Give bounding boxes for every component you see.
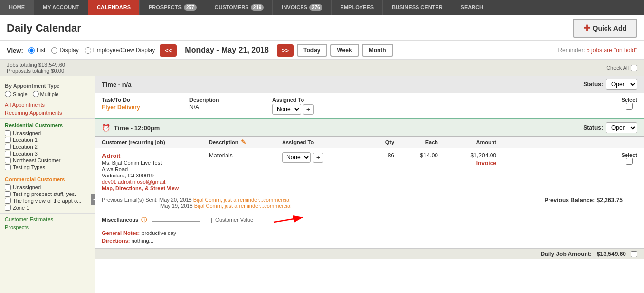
- sidebar-item-unassigned-comm[interactable]: Unassigned: [0, 184, 95, 191]
- customer-map-link[interactable]: Map, Directions, & Street View: [102, 185, 199, 191]
- email1-date: May 20, 2018: [159, 197, 192, 203]
- customer-email-link[interactable]: dev01.adroitinfosol@gmail.: [102, 179, 199, 185]
- next-date-button[interactable]: >>: [277, 44, 294, 57]
- sidebar-commercial-label: Commercial Customers: [0, 175, 95, 184]
- email2-link[interactable]: Bijal Comm, just a reminder...commercial: [194, 203, 292, 209]
- col-headers: Customer (recurring job) Description ✎ A…: [95, 137, 644, 148]
- sidebar-item-location3[interactable]: Location 3: [0, 150, 95, 157]
- status-label-recurring: Status:: [583, 124, 603, 131]
- sidebar-item-testing-types[interactable]: Testing Types: [0, 164, 95, 171]
- nav-search[interactable]: SEARCH: [452, 0, 492, 15]
- status-group-na: Status: Open: [583, 79, 637, 90]
- recurring-section: ⏰ Time - 12:00pm Status: Open Customer (…: [95, 119, 644, 248]
- general-notes-label[interactable]: General Notes:: [102, 230, 140, 236]
- assigned-label-na: Assigned To: [272, 97, 314, 103]
- assign-column: None +: [282, 152, 355, 163]
- sidebar-item-location2[interactable]: Location 2: [0, 143, 95, 150]
- sidebar-item-unassigned-res[interactable]: Unassigned: [0, 130, 95, 137]
- proposals-total: Proposals totaling $0.00: [7, 68, 65, 74]
- sidebar-item-northeast-customer[interactable]: Northeast Customer: [0, 157, 95, 164]
- assign-add-button-na[interactable]: +: [303, 104, 314, 115]
- prev-date-button[interactable]: <<: [160, 44, 177, 57]
- desc-label-na: Description: [189, 97, 263, 103]
- assign-select-na: None +: [272, 104, 314, 115]
- week-button[interactable]: Week: [330, 44, 359, 57]
- nav-my-account[interactable]: MY ACCOUNT: [34, 0, 88, 15]
- notes-row: General Notes: productive day: [95, 229, 644, 237]
- select-area-recurring: Select: [622, 152, 637, 165]
- customer-city: Vadodara, GJ 390019: [102, 173, 199, 178]
- nav-prospects[interactable]: PROSPECTS 257: [140, 0, 206, 15]
- nav-business-center[interactable]: BUSINESS CENTER: [383, 0, 452, 15]
- nav-calendars[interactable]: CALENDARS: [88, 0, 140, 15]
- sidebar-all-appointments[interactable]: All Appointments: [0, 101, 95, 109]
- col-amount: Amount: [448, 139, 496, 145]
- reminder-link[interactable]: 5 jobs are "on hold": [587, 47, 637, 54]
- reminder-text: Reminder: 5 jobs are "on hold": [558, 47, 637, 54]
- header-area: Daily Calendar ✚ Quick Add: [0, 15, 644, 41]
- customer-name-link[interactable]: Adroit: [102, 152, 199, 159]
- quick-add-button[interactable]: ✚ Quick Add: [573, 19, 638, 38]
- status-select-na[interactable]: Open: [606, 79, 637, 90]
- radio-multiple[interactable]: Multiple: [33, 91, 59, 97]
- radio-list[interactable]: List: [28, 47, 46, 54]
- page-title: Daily Calendar: [7, 22, 184, 35]
- content-area: Time - n/a Status: Open Task/To Do Flyer…: [95, 76, 644, 293]
- select-label-recurring: Select: [622, 152, 637, 158]
- sidebar-prospects[interactable]: Prospects: [0, 223, 95, 231]
- time-na-section: Time - n/a Status: Open Task/To Do Flyer…: [95, 76, 644, 119]
- sidebar-item-location1[interactable]: Location 1: [0, 137, 95, 143]
- desc-value-recurring: Materials: [209, 152, 272, 159]
- top-navigation: HOME MY ACCOUNT CALENDARS PROSPECTS 257 …: [0, 0, 644, 15]
- nav-home[interactable]: HOME: [0, 0, 34, 15]
- misc-label: Miscellaneous: [102, 217, 138, 223]
- prev-balance-label: Previous Balance:: [544, 197, 595, 204]
- assign-add-button-recurring[interactable]: +: [313, 153, 323, 163]
- assigned-group-na: Assigned To None +: [272, 97, 314, 115]
- radio-employee-crew[interactable]: Employee/Crew Display: [85, 47, 155, 54]
- sidebar-item-zone1[interactable]: Zone 1: [0, 204, 95, 211]
- recurring-time-label: Time - 12:00pm: [114, 124, 160, 132]
- sidebar-item-testing-prospect[interactable]: Testing prospect stuff, yes.: [0, 191, 95, 197]
- nav-customers[interactable]: CUSTOMERS 219: [206, 0, 273, 15]
- daily-footer-checkbox[interactable]: [631, 251, 637, 257]
- assign-dropdown-na[interactable]: None: [272, 104, 301, 115]
- prospects-badge: 257: [184, 4, 197, 11]
- daily-footer: Daily Job Amount: $13,549.60: [95, 248, 644, 259]
- directions-label[interactable]: Directions:: [102, 238, 130, 244]
- invoice-link[interactable]: Invoice: [448, 160, 496, 167]
- directions-row: Directions: nothing...: [95, 237, 644, 248]
- recurring-row: Adroit Ms. Bijal Comm Live Test Ajwa Roa…: [102, 152, 637, 191]
- month-button[interactable]: Month: [362, 44, 393, 57]
- svg-line-1: [274, 217, 303, 222]
- sidebar-item-long-view[interactable]: The long view of the appt o...: [0, 197, 95, 204]
- email1-link[interactable]: Bijal Comm, just a reminder...commercial: [193, 197, 291, 203]
- assign-dropdown-recurring[interactable]: None: [282, 152, 311, 163]
- customer-street: Ajwa Road: [102, 166, 199, 172]
- current-date: Monday - May 21, 2018: [180, 46, 274, 55]
- prev-emails: Previous Email(s) Sent: May 20, 2018 Bij…: [102, 197, 292, 209]
- misc-row: Miscellaneous ⓘ | Customer Value: [95, 211, 644, 229]
- status-select-recurring[interactable]: Open: [606, 122, 637, 133]
- select-checkbox-recurring[interactable]: [626, 158, 633, 165]
- radio-single[interactable]: Single: [5, 91, 28, 97]
- view-radio-group: List Display Employee/Crew Display: [28, 47, 155, 54]
- task-label: Task/To Do: [102, 97, 180, 103]
- today-button[interactable]: Today: [297, 44, 327, 57]
- prev-emails-label: Previous Email(s) Sent:: [102, 197, 158, 203]
- select-area-na: Select: [622, 97, 637, 110]
- qty-column: 86: [365, 152, 394, 159]
- check-all-checkbox[interactable]: [631, 65, 637, 71]
- sidebar-recurring-appointments[interactable]: Recurring Appointments: [0, 109, 95, 117]
- select-checkbox-na[interactable]: [626, 103, 633, 110]
- radio-display[interactable]: Display: [51, 47, 78, 54]
- customer-value-label: Customer Value: [215, 217, 253, 223]
- assign-select-recurring: None +: [282, 152, 355, 163]
- view-label: View:: [7, 47, 23, 54]
- nav-employees[interactable]: EMPLOYEES: [332, 0, 383, 15]
- sidebar-customer-estimates[interactable]: Customer Estimates: [0, 215, 95, 223]
- time-na-header: Time - n/a Status: Open: [95, 76, 644, 93]
- nav-invoices[interactable]: INVOICES 276: [273, 0, 331, 15]
- qty-value: 86: [365, 152, 394, 159]
- sidebar-collapse-button[interactable]: ◀: [91, 194, 95, 205]
